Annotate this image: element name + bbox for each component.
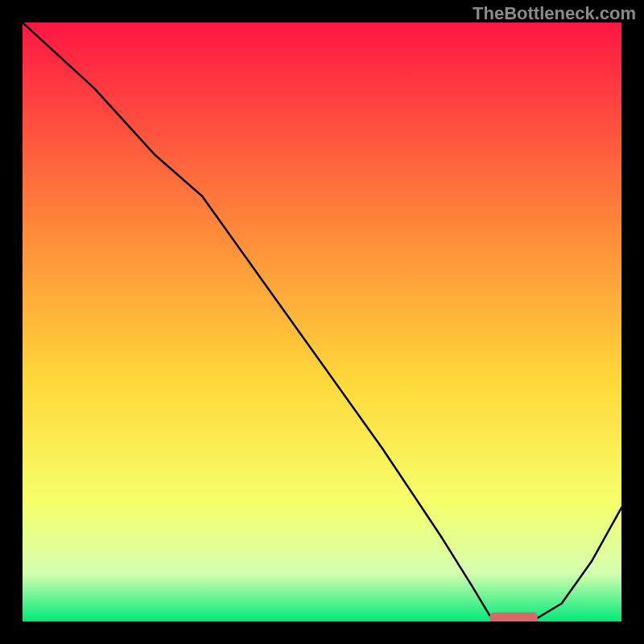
chart-container: TheBottleneck.com	[0, 0, 644, 644]
plot-background	[23, 23, 621, 621]
bottleneck-chart	[23, 23, 621, 621]
watermark-text: TheBottleneck.com	[473, 3, 636, 24]
target-marker	[489, 613, 538, 621]
